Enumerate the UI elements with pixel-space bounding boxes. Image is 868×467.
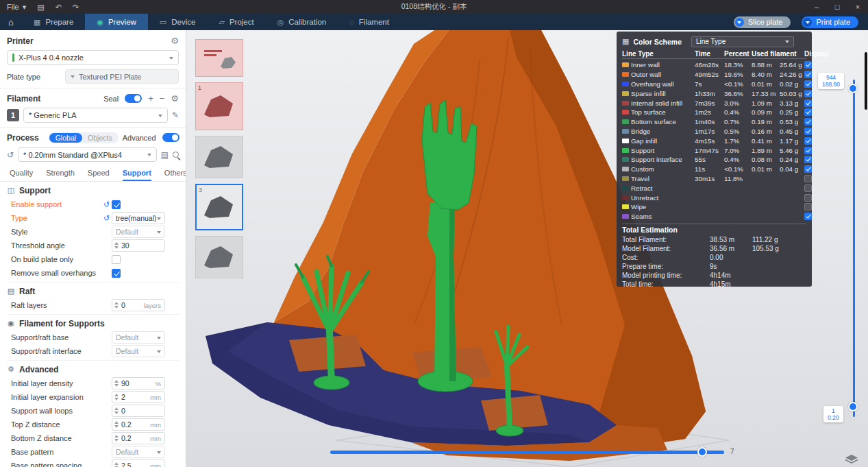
checkbox-on-build-plate-only[interactable]	[112, 255, 121, 264]
display-checkbox[interactable]	[804, 184, 812, 192]
print-dropdown-icon[interactable]	[803, 18, 812, 27]
scrollbar[interactable]	[865, 52, 867, 110]
plate-thumbnail-3[interactable]	[195, 136, 243, 178]
display-checkbox[interactable]	[804, 108, 812, 116]
spinner-arrows-icon[interactable]	[114, 419, 119, 430]
process-tab-strength[interactable]: Strength	[46, 165, 75, 181]
display-checkbox[interactable]	[804, 61, 812, 69]
input-bottom-z-distance[interactable]: 0.2mm	[112, 432, 165, 444]
display-checkbox[interactable]	[804, 90, 812, 97]
display-checkbox[interactable]	[804, 175, 812, 182]
display-checkbox[interactable]	[804, 165, 812, 173]
group-header-filament-for-supports[interactable]: ◉Filament for Supports	[7, 316, 179, 331]
advanced-toggle[interactable]	[162, 133, 179, 142]
viewport-3d[interactable]: 13 ▦ Color Scheme Line Type Line Type Ti…	[186, 30, 868, 467]
tab-project[interactable]: ▱Project	[207, 14, 265, 30]
reset-icon[interactable]: ↺	[103, 215, 112, 222]
spinner-arrows-icon[interactable]	[114, 240, 119, 251]
close-button[interactable]: ×	[847, 0, 868, 14]
add-filament-button[interactable]: +	[148, 94, 153, 103]
step-slider-track[interactable]	[330, 451, 724, 454]
input-support-wall-loops[interactable]: 0	[112, 405, 165, 417]
step-slider-handle[interactable]	[697, 447, 707, 457]
display-checkbox[interactable]	[804, 147, 812, 154]
process-tab-support[interactable]: Support	[123, 165, 151, 181]
undo-icon[interactable]: ↶	[55, 3, 62, 12]
plate-thumbnail-2[interactable]: 1	[195, 82, 243, 130]
color-scheme-select[interactable]: Line Type	[691, 36, 794, 47]
sync-preset-icon[interactable]: ↺	[7, 151, 14, 159]
slice-plate-button[interactable]: Slice plate	[734, 16, 791, 28]
input-threshold-angle[interactable]: 30	[112, 239, 165, 252]
search-icon[interactable]	[173, 152, 179, 158]
spinner-arrows-icon[interactable]	[114, 300, 119, 311]
group-header-support[interactable]: ◫Support	[7, 183, 179, 197]
print-plate-button[interactable]: Print plate	[802, 16, 858, 28]
objects-list-icon[interactable]: ≣	[186, 134, 186, 142]
group-header-advanced[interactable]: ⚙Advanced	[7, 362, 179, 376]
spinner-arrows-icon[interactable]	[114, 433, 119, 444]
filament-settings-gear-icon[interactable]: ⚙	[171, 94, 179, 103]
tab-device[interactable]: ▭Device	[148, 14, 208, 30]
reset-icon[interactable]: ↺	[103, 201, 112, 208]
printer-settings-gear-icon[interactable]: ⚙	[171, 36, 179, 45]
input-initial-layer-expansion[interactable]: 2mm	[112, 391, 165, 403]
checkbox-enable-support[interactable]	[112, 200, 121, 209]
spinner-arrows-icon[interactable]	[114, 460, 119, 467]
layers-view-icon[interactable]	[844, 454, 859, 465]
filament-slot-badge[interactable]: 1	[7, 109, 19, 121]
input-initial-layer-density[interactable]: 90%	[112, 377, 165, 390]
layer-slider-top-handle[interactable]	[848, 84, 858, 93]
filament-preset-select[interactable]: * Generic PLA	[23, 108, 168, 123]
display-checkbox[interactable]	[804, 128, 812, 135]
scope-global-button[interactable]: Global	[49, 133, 82, 143]
process-tab-quality[interactable]: Quality	[10, 165, 33, 181]
process-tab-speed[interactable]: Speed	[88, 165, 110, 181]
display-checkbox[interactable]	[804, 80, 812, 88]
group-header-raft[interactable]: ▤Raft	[7, 284, 179, 298]
save-preset-icon[interactable]: ▤	[161, 151, 169, 159]
select-base-pattern[interactable]: Default	[112, 446, 165, 458]
printer-preset-select[interactable]: X-Plus 4 0.4 nozzle	[7, 50, 179, 65]
scope-objects-button[interactable]: Objects	[82, 133, 118, 143]
tab-preview[interactable]: ◉Preview	[85, 14, 148, 30]
display-checkbox[interactable]	[804, 137, 812, 145]
display-checkbox[interactable]	[804, 156, 812, 163]
tab-filament[interactable]: ◌Filament	[338, 14, 401, 30]
select-type[interactable]: tree(manual)	[112, 212, 165, 224]
input-base-pattern-spacing[interactable]: 2.5mm	[112, 459, 165, 467]
input-raft-layers[interactable]: 0layers	[112, 299, 165, 311]
select-support-raft-base[interactable]: Default	[112, 331, 165, 344]
layer-slider-track[interactable]	[853, 80, 855, 417]
plate-thumbnail-1[interactable]	[195, 39, 243, 77]
display-checkbox[interactable]	[804, 99, 812, 107]
edit-filament-icon[interactable]: ✎	[172, 111, 179, 119]
spinner-arrows-icon[interactable]	[114, 392, 119, 403]
maximize-button[interactable]: □	[827, 0, 847, 14]
file-menu[interactable]: File ▾	[7, 3, 26, 12]
process-tab-others[interactable]: Others	[164, 165, 186, 181]
save-icon[interactable]: ▤	[37, 3, 44, 12]
spinner-arrows-icon[interactable]	[114, 378, 119, 389]
seal-toggle[interactable]	[125, 94, 142, 103]
tab-calibration[interactable]: ◎Calibration	[266, 14, 338, 30]
display-checkbox[interactable]	[804, 213, 812, 220]
home-button[interactable]: ⌂	[0, 14, 22, 30]
minimize-button[interactable]: –	[806, 0, 827, 14]
redo-icon[interactable]: ↷	[73, 3, 79, 12]
display-checkbox[interactable]	[804, 203, 812, 211]
checkbox-remove-small-overhangs[interactable]	[112, 269, 121, 278]
process-preset-select[interactable]: * 0.20mm Standard @XPlus4	[18, 147, 157, 162]
select-style[interactable]: Default	[112, 226, 165, 238]
select-support-raft-interface[interactable]: Default	[112, 345, 165, 357]
input-top-z-distance[interactable]: 0.2mm	[112, 418, 165, 431]
layer-slider-bottom-handle[interactable]	[848, 402, 858, 411]
plate-type-select[interactable]: Textured PEI Plate	[65, 69, 179, 84]
spinner-arrows-icon[interactable]	[114, 405, 119, 416]
display-checkbox[interactable]	[804, 118, 812, 125]
plate-thumbnail-4[interactable]: 3	[195, 184, 243, 230]
display-checkbox[interactable]	[804, 71, 812, 78]
slice-dropdown-icon[interactable]	[735, 18, 744, 27]
remove-filament-button[interactable]: −	[160, 94, 165, 103]
plate-thumbnail-5[interactable]	[195, 236, 243, 278]
